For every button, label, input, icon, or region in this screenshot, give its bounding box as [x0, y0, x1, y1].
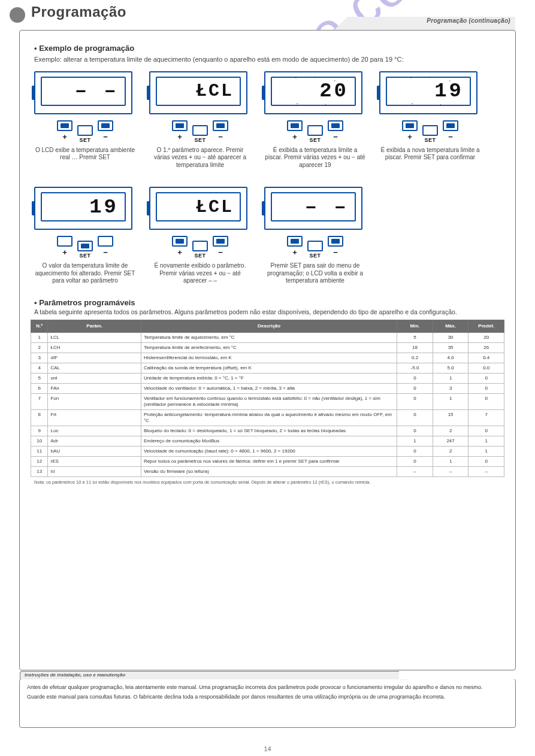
table-cell: Ventilador em funcionamento contínuo qua… — [141, 393, 397, 409]
table-cell: 20 — [468, 332, 504, 342]
plus-button[interactable] — [57, 120, 72, 131]
table-cell: 4 — [31, 363, 48, 373]
plus-button[interactable] — [57, 236, 72, 247]
table-cell: 0 — [397, 456, 433, 466]
set-label: SET — [309, 253, 321, 259]
table-cell: Velocidade do ventilador: 0 = automática… — [141, 383, 397, 393]
minus-icon: − — [333, 132, 338, 141]
table-cell: 6 — [31, 383, 48, 393]
table-cell: Temperatura limite de aquecimento, em °C — [141, 332, 397, 342]
table-footnote: Nota: os parâmetros 10 e 11 só estão dis… — [34, 479, 501, 485]
panel-1: ŁCL + SET − O 1.º parâmetro aparece. Pre… — [149, 71, 251, 169]
minus-icon: − — [333, 248, 338, 257]
lcd-value: – – — [305, 197, 349, 217]
table-cell: 0 — [468, 383, 504, 393]
minus-button[interactable] — [98, 120, 113, 131]
table-cell: – — [468, 466, 504, 476]
table-cell: ŁCL — [48, 332, 141, 342]
set-button[interactable] — [77, 125, 93, 136]
table-cell: 1 — [468, 446, 504, 456]
minus-button[interactable] — [98, 236, 113, 247]
table-cell: 0 — [397, 373, 433, 383]
plus-button[interactable] — [172, 236, 188, 247]
panel-0: – – + SET − O LCD exibe a temperatura am… — [34, 71, 136, 169]
lcd-display: 19 — [34, 187, 132, 230]
table-cell: Bloqueio do teclado: 0 = desbloqueado, 1… — [141, 426, 397, 436]
panel-2: ′ ′ ′ ′ ′ 20 + SET − É exibida a tempera… — [264, 71, 366, 169]
minus-button[interactable] — [328, 236, 343, 247]
table-cell: FAn — [48, 383, 141, 393]
table-cell: 3 — [433, 383, 468, 393]
header-bullet-icon — [10, 7, 25, 23]
th-n: N.º — [31, 320, 48, 332]
table-cell: 0 — [397, 383, 433, 393]
plus-button[interactable] — [172, 120, 188, 131]
set-button[interactable] — [307, 125, 323, 136]
table-cell: 0 — [397, 409, 433, 426]
set-label: SET — [194, 137, 205, 143]
plus-button[interactable] — [402, 120, 418, 131]
table-cell: 35 — [433, 342, 468, 353]
lcd-display: ŁCL — [149, 71, 247, 114]
panels-row-1: – – + SET − O LCD exibe a temperatura am… — [34, 71, 501, 169]
panel-3: ′ ′ ′ ′ ′ 19 + SET − É exibida a nova te… — [379, 71, 481, 169]
table-cell: 26 — [468, 342, 504, 353]
table-row: 2ŁCHTemperatura limite de arrefecimento,… — [31, 342, 504, 353]
table-row: 13IdVersão do firmware (só leitura)––– — [31, 466, 504, 476]
set-label: SET — [309, 137, 321, 143]
minus-button[interactable] — [328, 120, 343, 131]
table-cell: unł — [48, 373, 141, 383]
table-cell: 1 — [433, 456, 468, 466]
table-cell: 3 — [31, 353, 48, 363]
table-cell: 1 — [433, 393, 468, 409]
minus-icon: − — [448, 132, 453, 141]
table-row: 12rESRepor todos os parâmetros nos valor… — [31, 456, 504, 466]
table-cell: 5 — [397, 332, 433, 342]
table-cell: 0 — [468, 456, 504, 466]
table-cell: 1 — [397, 436, 433, 446]
set-label: SET — [424, 137, 436, 143]
minus-button[interactable] — [213, 120, 228, 131]
set-button[interactable] — [77, 241, 93, 251]
table-cell: Frł — [48, 409, 141, 426]
lcd-value: 20 — [319, 81, 349, 101]
table-cell: 12 — [31, 456, 48, 466]
blink-icon: ′ — [410, 76, 413, 82]
blink-icon: ′ — [411, 99, 415, 105]
panel-caption: O LCD exibe a temperatura ambiente real … — [34, 147, 136, 162]
table-row: 8FrłProteção anticongelamento: temperatu… — [31, 409, 504, 426]
table-cell: – — [397, 466, 433, 476]
table-cell: rES — [48, 456, 141, 466]
page-number: 14 — [0, 745, 535, 752]
main-frame: Programação (continuação) • Exemplo de p… — [19, 30, 516, 670]
set-button[interactable] — [422, 125, 438, 136]
table-cell: 1 — [31, 332, 48, 342]
plus-button[interactable] — [287, 236, 303, 247]
table-cell: Velocidade de comunicação (baud rate): 0… — [141, 446, 397, 456]
minus-button[interactable] — [443, 120, 458, 131]
set-button[interactable] — [192, 241, 208, 251]
table-cell: 18 — [397, 342, 433, 353]
lcd-value: ŁCL — [196, 82, 234, 100]
set-button[interactable] — [192, 125, 208, 136]
set-button[interactable] — [307, 241, 323, 251]
params-table-title: • Parâmetros programáveis — [34, 298, 502, 307]
table-cell: 0 — [468, 373, 504, 383]
panel-4: 19 + SET − O valor da temperatura limite… — [34, 187, 136, 285]
table-cell: 8 — [31, 409, 48, 426]
panel-caption: O valor da temperatura limite de aquecim… — [34, 262, 136, 285]
plus-icon: + — [62, 248, 67, 257]
lcd-value: 19 — [89, 197, 119, 217]
panel-caption: O 1.º parâmetro aparece. Premir várias v… — [149, 147, 251, 169]
table-cell: 1 — [468, 436, 504, 446]
table-cell: 15 — [433, 409, 468, 426]
plus-button[interactable] — [287, 120, 303, 131]
button-row: + SET − — [149, 236, 251, 259]
plus-icon: + — [177, 248, 182, 257]
minus-button[interactable] — [213, 236, 228, 247]
table-row: 9LocBloqueio do teclado: 0 = desbloquead… — [31, 426, 504, 436]
th-min: Mín. — [397, 320, 433, 332]
params-table-note: A tabela seguinte apresenta todos os par… — [34, 308, 501, 317]
minus-icon: − — [218, 132, 223, 141]
table-cell: 0.4 — [468, 353, 504, 363]
